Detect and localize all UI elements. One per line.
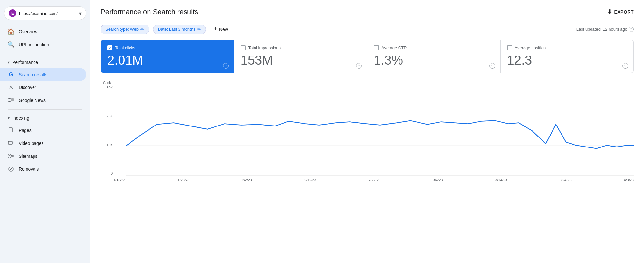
page-title: Performance on Search results <box>101 8 198 16</box>
plus-icon: + <box>214 26 217 33</box>
sidebar-item-overview[interactable]: 🏠 Overview <box>0 25 86 38</box>
google-news-icon <box>8 97 14 104</box>
metric-help-ctr[interactable]: ? <box>489 63 495 69</box>
svg-rect-9 <box>9 154 10 155</box>
sidebar-item-google-news[interactable]: Google News <box>0 94 86 107</box>
collapse-icon: ▾ <box>8 60 10 65</box>
sidebar-item-pages[interactable]: Pages <box>0 124 86 137</box>
indexing-label: Indexing <box>12 116 29 121</box>
metric-label-row: ✓ Total clicks <box>107 45 227 50</box>
site-dropdown-icon: ▾ <box>79 10 82 16</box>
svg-rect-1 <box>8 100 11 100</box>
export-button[interactable]: ⬇ EXPORT <box>607 8 634 15</box>
metric-checkbox-position[interactable] <box>507 45 512 50</box>
sidebar-item-label: Google News <box>19 98 46 103</box>
sidebar-item-label: Search results <box>19 72 47 77</box>
page-header: Performance on Search results ⬇ EXPORT <box>90 0 644 21</box>
metric-label-impressions: Total impressions <box>248 46 281 50</box>
svg-rect-7 <box>8 141 12 144</box>
svg-line-13 <box>10 157 12 157</box>
metric-label-position: Average position <box>515 46 546 50</box>
nav-divider-2 <box>8 109 82 110</box>
export-icon: ⬇ <box>607 8 612 15</box>
metric-card-average-ctr[interactable]: Average CTR 1.3% ? <box>367 40 501 73</box>
metric-checkbox-clicks[interactable]: ✓ <box>107 45 112 50</box>
search-icon: 🔍 <box>8 41 14 48</box>
metric-help-clicks[interactable]: ? <box>223 63 229 69</box>
last-updated-help-icon[interactable]: ? <box>629 27 634 32</box>
metrics-row: ✓ Total clicks 2.01M ? Total impressions… <box>90 40 644 73</box>
chart-container: Clicks 30K 20K 10K 0 1/1 <box>90 78 644 263</box>
sidebar-item-label: URL inspection <box>19 42 49 47</box>
svg-rect-10 <box>9 157 10 158</box>
sidebar-item-label: Removals <box>19 167 39 172</box>
indexing-section-header[interactable]: ▾ Indexing <box>0 112 90 124</box>
metric-card-average-position[interactable]: Average position 12.3 ? <box>501 40 634 73</box>
site-avatar: E <box>9 9 16 17</box>
metric-label-clicks: Total clicks <box>115 46 135 50</box>
svg-rect-0 <box>8 98 11 99</box>
date-label: Date: Last 3 months <box>158 27 195 32</box>
sidebar-item-label: Video pages <box>19 141 44 146</box>
chart-y-label: Clicks <box>101 81 634 85</box>
search-type-label: Search type: Web <box>105 27 139 32</box>
sidebar-item-video-pages[interactable]: Video pages <box>0 137 86 150</box>
collapse-icon-indexing: ▾ <box>8 116 10 120</box>
sidebar-item-label: Discover <box>19 85 36 90</box>
chart-svg <box>113 86 634 176</box>
pages-icon <box>8 127 14 134</box>
last-updated: Last updated: 12 hours ago ? <box>576 27 634 32</box>
main-content: Performance on Search results ⬇ EXPORT S… <box>90 0 644 263</box>
chart-wrapper: 30K 20K 10K 0 <box>101 86 634 176</box>
metric-checkbox-ctr[interactable] <box>374 45 379 50</box>
discover-icon: ✳ <box>8 84 14 91</box>
site-selector[interactable]: E https://examine.com/ ▾ <box>4 6 86 20</box>
svg-line-15 <box>10 168 12 170</box>
removals-icon <box>8 166 14 172</box>
filter-bar: Search type: Web ✏ Date: Last 3 months ✏… <box>90 21 644 40</box>
sidebar-item-sitemaps[interactable]: Sitemaps <box>0 150 86 163</box>
sitemaps-icon <box>8 153 14 159</box>
sidebar-item-search-results[interactable]: G Search results <box>0 68 86 81</box>
new-label: New <box>219 27 228 32</box>
metric-checkbox-impressions[interactable] <box>241 45 246 50</box>
search-type-edit-icon: ✏ <box>140 27 144 32</box>
date-edit-icon: ✏ <box>197 27 201 32</box>
export-label: EXPORT <box>614 9 634 15</box>
sidebar-item-label: Pages <box>19 128 32 133</box>
new-filter-button[interactable]: + New <box>210 24 232 35</box>
metric-label-row-position: Average position <box>507 45 627 50</box>
metric-value-position: 12.3 <box>507 53 627 67</box>
sidebar-item-removals[interactable]: Removals <box>0 163 86 176</box>
metric-label-row-ctr: Average CTR <box>374 45 494 50</box>
video-pages-icon <box>8 140 14 147</box>
search-type-filter[interactable]: Search type: Web ✏ <box>101 25 149 34</box>
metric-value-impressions: 153M <box>241 53 361 67</box>
sidebar-item-label: Sitemaps <box>19 154 37 159</box>
sidebar: E https://examine.com/ ▾ 🏠 Overview 🔍 UR… <box>0 0 90 263</box>
performance-section-header[interactable]: ▾ Performance <box>0 56 90 68</box>
home-icon: 🏠 <box>8 28 14 35</box>
metric-value-clicks: 2.01M <box>107 53 227 67</box>
svg-marker-8 <box>13 142 14 143</box>
y-axis-labels: 30K 20K 10K 0 <box>101 86 113 176</box>
metric-label-ctr: Average CTR <box>381 46 407 50</box>
sidebar-item-url-inspection[interactable]: 🔍 URL inspection <box>0 38 86 51</box>
metric-help-impressions[interactable]: ? <box>356 63 362 69</box>
sidebar-item-discover[interactable]: ✳ Discover <box>0 81 86 94</box>
svg-rect-2 <box>11 98 14 101</box>
metric-card-total-clicks[interactable]: ✓ Total clicks 2.01M ? <box>101 40 234 73</box>
metric-help-position[interactable]: ? <box>622 63 628 69</box>
chart-x-labels: 1/13/23 1/23/23 2/2/23 2/12/23 2/22/23 3… <box>101 176 634 182</box>
metric-label-row-impressions: Total impressions <box>241 45 361 50</box>
metric-value-ctr: 1.3% <box>374 53 494 67</box>
date-filter[interactable]: Date: Last 3 months ✏ <box>153 25 206 34</box>
site-url: https://examine.com/ <box>19 11 76 16</box>
sidebar-item-label: Overview <box>19 29 37 34</box>
google-g-icon: G <box>8 71 14 78</box>
svg-rect-3 <box>8 101 11 102</box>
metric-card-total-impressions[interactable]: Total impressions 153M ? <box>234 40 368 73</box>
performance-label: Performance <box>12 60 38 65</box>
nav-divider-1 <box>8 54 82 54</box>
